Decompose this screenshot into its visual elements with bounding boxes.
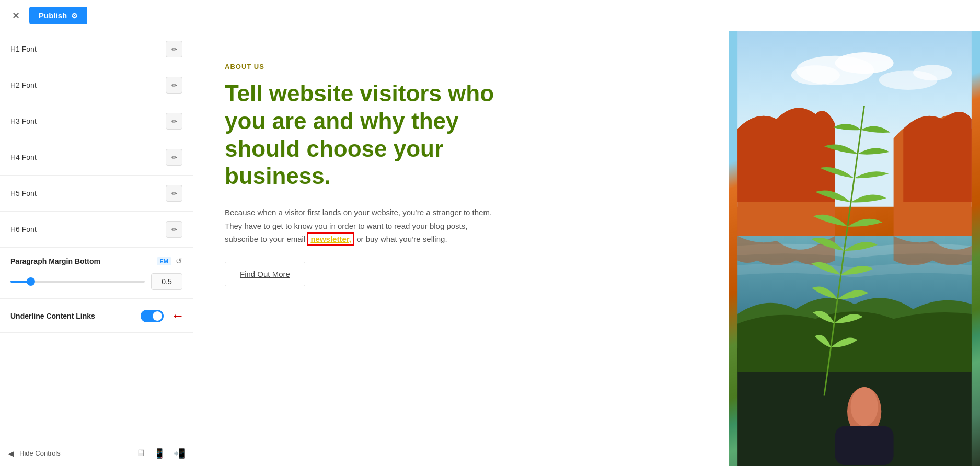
h3-font-edit-button[interactable]: ✏: [166, 113, 182, 130]
bottom-bar: ◀ Hide Controls 🖥 📱 📲: [0, 440, 193, 466]
h2-font-edit-button[interactable]: ✏: [166, 77, 182, 94]
toggle-with-arrow: ←: [141, 308, 182, 324]
slider-track[interactable]: [10, 281, 145, 283]
hide-controls-label: Hide Controls: [19, 449, 61, 457]
svg-point-5: [913, 65, 952, 80]
gear-icon: ⚙: [71, 11, 78, 20]
h5-font-label: H5 Font: [10, 189, 37, 197]
device-icons: 🖥 📱 📲: [136, 448, 185, 459]
publish-label: Publish: [39, 11, 67, 20]
reset-button[interactable]: ↺: [176, 257, 182, 266]
body-text: Because when a visitor first lands on yo…: [225, 206, 497, 246]
font-row-h5-font: H5 Font ✏: [0, 176, 193, 212]
margin-section: Paragraph Margin Bottom EM ↺: [0, 248, 193, 299]
font-row-h1-font: H1 Font ✏: [0, 31, 193, 67]
font-row-h6-font: H6 Font ✏: [0, 212, 193, 248]
margin-controls: EM ↺: [157, 257, 183, 266]
font-row-h3-font: H3 Font ✏: [0, 103, 193, 139]
desktop-icon[interactable]: 🖥: [136, 448, 145, 459]
newsletter-link[interactable]: newsletter,: [307, 232, 354, 246]
toggle-knob: [153, 311, 162, 321]
scene-svg: [729, 31, 980, 466]
arrow-indicator: ←: [171, 308, 182, 324]
nature-photo: [729, 31, 980, 466]
about-label: ABOUT US: [225, 63, 517, 71]
tablet-icon[interactable]: 📱: [154, 448, 165, 459]
slider-row: [10, 273, 182, 290]
main-layout: H1 Font ✏ H2 Font ✏ H3 Font ✏ H4 Font ✏ …: [0, 31, 980, 466]
font-section: H1 Font ✏ H2 Font ✏ H3 Font ✏ H4 Font ✏ …: [0, 31, 193, 248]
mobile-icon[interactable]: 📲: [174, 448, 185, 459]
h6-font-edit-button[interactable]: ✏: [166, 221, 182, 238]
svg-rect-10: [835, 426, 894, 465]
chevron-left-icon: ◀: [8, 449, 14, 458]
font-row-h2-font: H2 Font ✏: [0, 67, 193, 103]
close-button[interactable]: ✕: [8, 8, 23, 23]
left-panel: H1 Font ✏ H2 Font ✏ H3 Font ✏ H4 Font ✏ …: [0, 31, 193, 466]
margin-value-input[interactable]: [151, 273, 182, 290]
red-arrow-icon: ←: [171, 308, 182, 324]
underline-label: Underline Content Links: [10, 312, 95, 320]
cta-label: Find Out More: [240, 270, 290, 278]
underline-row: Underline Content Links ←: [10, 308, 182, 324]
top-bar: ✕ Publish ⚙: [0, 0, 980, 31]
em-badge: EM: [157, 257, 172, 265]
right-image: [729, 31, 980, 466]
h6-font-label: H6 Font: [10, 225, 37, 234]
content-block: ABOUT US Tell website visitors who you a…: [225, 63, 517, 286]
slider-thumb[interactable]: [27, 277, 35, 286]
h4-font-edit-button[interactable]: ✏: [166, 149, 182, 166]
h1-font-label: H1 Font: [10, 45, 37, 53]
center-content: ABOUT US Tell website visitors who you a…: [193, 31, 729, 466]
h2-font-label: H2 Font: [10, 81, 37, 89]
main-heading: Tell website visitors who you are and wh…: [225, 80, 517, 190]
publish-button[interactable]: Publish ⚙: [29, 7, 87, 24]
h1-font-edit-button[interactable]: ✏: [166, 41, 182, 57]
h3-font-label: H3 Font: [10, 117, 37, 125]
underline-section: Underline Content Links ←: [0, 299, 193, 333]
find-out-more-button[interactable]: Find Out More: [225, 262, 305, 286]
h5-font-edit-button[interactable]: ✏: [166, 185, 182, 202]
svg-point-9: [851, 387, 878, 426]
svg-point-2: [835, 52, 894, 74]
svg-point-3: [791, 65, 840, 85]
margin-label: Paragraph Margin Bottom: [10, 257, 100, 265]
font-row-h4-font: H4 Font ✏: [0, 139, 193, 176]
hide-controls-button[interactable]: ◀ Hide Controls: [8, 449, 61, 458]
underline-toggle[interactable]: [141, 310, 164, 322]
body-after-link: or buy what you’re selling.: [356, 235, 447, 243]
h4-font-label: H4 Font: [10, 153, 37, 161]
